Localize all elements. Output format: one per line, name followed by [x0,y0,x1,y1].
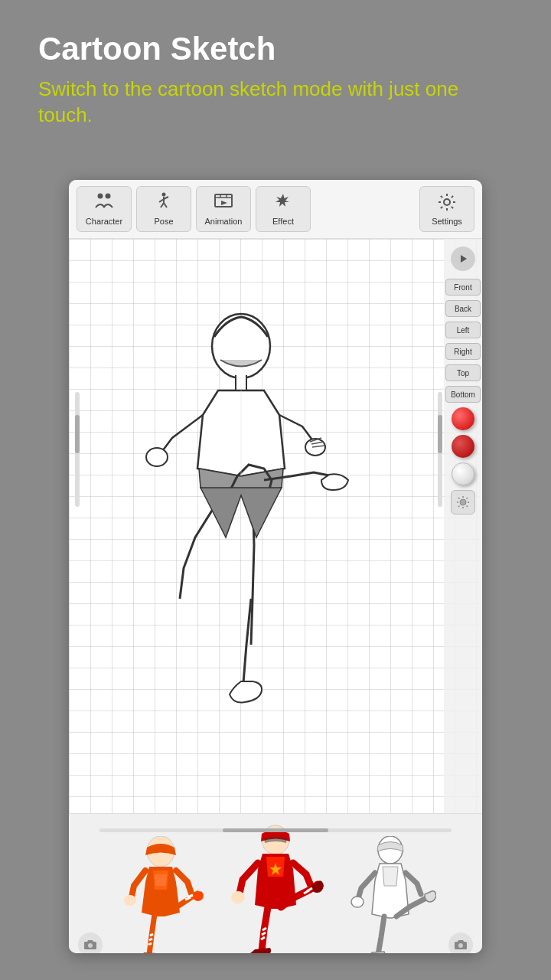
svg-marker-17 [461,255,467,263]
bottom-view-button[interactable]: Bottom [445,386,481,403]
header-section: Cartoon Sketch Switch to the cartoon ske… [0,0,551,144]
svg-point-15 [146,448,168,466]
svg-point-28 [88,943,93,948]
canvas-area[interactable]: Front Back Left Right Top Bottom [69,239,482,813]
app-container: Character Pose [69,180,482,953]
front-view-button[interactable]: Front [445,279,481,296]
effect-label: Effect [272,217,294,226]
svg-line-23 [458,498,460,499]
right-controls-panel: Front Back Left Right Top Bottom [444,239,482,813]
characters-row [69,814,482,953]
top-view-button[interactable]: Top [445,364,481,381]
camera-right-button[interactable] [448,933,473,953]
settings-button[interactable]: Settings [419,186,474,232]
svg-point-18 [460,499,466,505]
character-icon [94,192,114,214]
right-scrollbar[interactable] [438,392,442,507]
animation-button[interactable]: Animation [196,186,251,232]
app-title: Cartoon Sketch [38,31,513,67]
settings-icon [437,192,457,214]
color-ball-1[interactable] [452,407,474,430]
character-thumbnail-2[interactable] [226,828,325,953]
svg-line-25 [467,498,468,499]
character-sketch [107,277,383,752]
animation-label: Animation [205,217,243,226]
settings-label: Settings [432,217,462,226]
color-ball-3[interactable] [452,462,474,485]
back-view-button[interactable]: Back [445,300,481,317]
character-thumbnail-3[interactable] [341,828,440,953]
app-subtitle: Switch to the cartoon sketch mode with j… [38,77,513,129]
play-button[interactable] [451,247,475,271]
svg-point-2 [162,193,166,197]
bottom-scrollbar[interactable] [99,828,452,832]
left-scrollbar[interactable] [75,392,80,507]
pose-icon [154,192,174,214]
left-view-button[interactable]: Left [445,322,481,338]
svg-line-26 [458,506,460,508]
character-label: Character [86,217,122,226]
toolbar: Character Pose [69,180,482,239]
svg-rect-8 [215,194,232,207]
pose-button[interactable]: Pose [136,186,191,232]
svg-point-13 [444,199,450,205]
pose-label: Pose [154,217,173,226]
svg-line-24 [467,506,468,508]
camera-left-button[interactable] [78,933,103,953]
svg-point-0 [98,194,103,199]
character-button[interactable]: Character [77,186,132,232]
right-view-button[interactable]: Right [445,343,481,360]
character-thumbnail-1[interactable] [111,828,210,953]
svg-point-30 [458,943,463,948]
svg-point-36 [351,897,364,907]
left-scrollbar-thumb [75,415,80,453]
light-button[interactable] [451,490,475,514]
svg-marker-12 [221,201,227,205]
animation-icon [214,192,233,214]
bottom-character-strip [69,813,482,953]
svg-point-34 [231,891,245,903]
svg-point-1 [106,194,111,199]
effect-icon [273,192,293,214]
color-ball-2[interactable] [452,435,474,458]
bottom-scrollbar-thumb [223,828,328,832]
svg-point-32 [124,895,136,906]
effect-button[interactable]: Effect [256,186,311,232]
svg-line-7 [164,203,167,207]
right-scrollbar-thumb [438,415,442,453]
